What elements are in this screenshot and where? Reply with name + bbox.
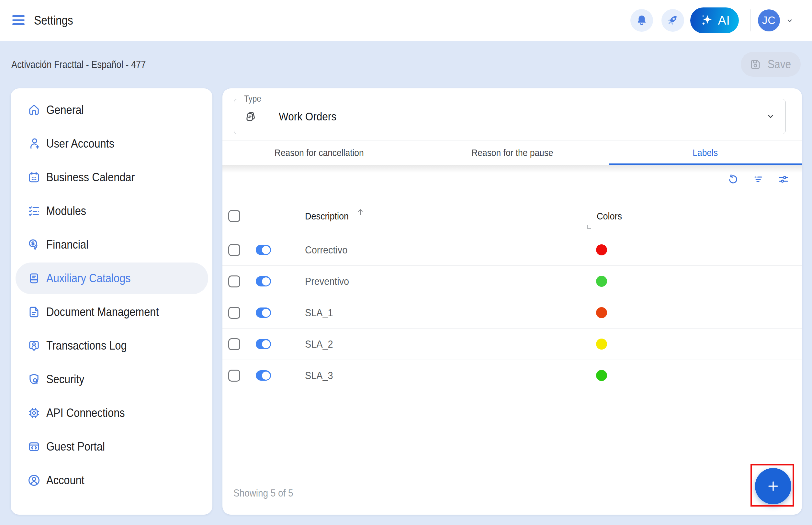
sidebar-item-user-accounts[interactable]: User Accounts xyxy=(11,127,212,161)
settings-page: Settings xyxy=(0,0,812,525)
table-row[interactable]: SLA_3 xyxy=(222,360,802,391)
sidebar-item-transactions-log[interactable]: Transactions Log xyxy=(11,329,212,362)
browser-code-icon xyxy=(27,439,41,454)
select-all-checkbox[interactable] xyxy=(228,210,240,222)
topbar-divider xyxy=(751,10,751,31)
sidebar-item-account[interactable]: Account xyxy=(11,464,212,497)
type-select-label: Type xyxy=(241,94,264,104)
breadcrumb-title: Activación Fracttal - Español - 477 xyxy=(11,41,146,88)
labels-table: Correctivo Preventivo SLA_1 SLA_2 xyxy=(222,234,802,391)
tab-bar: Reason for cancellation Reason for the p… xyxy=(222,140,802,165)
home-icon xyxy=(27,103,41,117)
annotation-highlight xyxy=(751,464,794,507)
select-chevron-icon xyxy=(765,111,776,122)
tab-reason-for-cancellation[interactable]: Reason for cancellation xyxy=(222,140,416,165)
rocket-button[interactable] xyxy=(662,9,684,32)
sidebar-item-security[interactable]: Security xyxy=(11,362,212,396)
settings-sidebar: General User Accounts Business Calendar … xyxy=(11,88,212,515)
tab-labels[interactable]: Labels xyxy=(609,140,802,165)
filter-icon[interactable] xyxy=(752,173,764,185)
table-row[interactable]: SLA_2 xyxy=(222,329,802,360)
ai-button[interactable]: AI xyxy=(690,7,739,33)
rocket-icon xyxy=(665,13,680,28)
color-swatch xyxy=(596,339,607,349)
table-row[interactable]: Preventivo xyxy=(222,266,802,297)
shield-icon xyxy=(27,372,41,387)
document-icon xyxy=(27,305,41,319)
person-add-icon xyxy=(27,137,41,151)
ai-button-label: AI xyxy=(718,14,730,28)
sidebar-item-guest-portal[interactable]: Guest Portal xyxy=(11,430,212,464)
page-title: Settings xyxy=(34,0,73,41)
menu-icon[interactable] xyxy=(12,15,25,28)
tune-icon[interactable] xyxy=(777,173,789,185)
sidebar-item-general[interactable]: General xyxy=(11,93,212,127)
topbar: Settings xyxy=(0,0,812,41)
notifications-button[interactable] xyxy=(630,9,653,32)
save-icon xyxy=(749,58,762,71)
column-resize-handle[interactable] xyxy=(587,225,591,229)
color-swatch xyxy=(596,244,607,255)
person-badge-icon xyxy=(27,339,41,353)
color-swatch xyxy=(596,276,607,287)
type-select-value: Work Orders xyxy=(279,99,336,134)
column-header-description[interactable]: Description xyxy=(305,210,349,222)
tabbar-shadow xyxy=(222,165,802,173)
person-circle-icon xyxy=(27,473,41,487)
sort-ascending-icon[interactable] xyxy=(356,208,365,216)
color-swatch xyxy=(596,307,607,318)
avatar[interactable]: JC xyxy=(758,10,780,31)
chip-gear-icon xyxy=(27,406,41,420)
tab-reason-for-the-pause[interactable]: Reason for the pause xyxy=(416,140,609,165)
enabled-toggle[interactable] xyxy=(256,308,271,318)
row-checkbox[interactable] xyxy=(228,370,240,381)
main-panel: Type Work Orders Reason for cancellation… xyxy=(222,88,802,515)
table-row[interactable]: SLA_1 xyxy=(222,297,802,329)
row-checkbox[interactable] xyxy=(228,244,240,256)
save-button-label: Save xyxy=(768,58,791,71)
row-checkbox[interactable] xyxy=(228,275,240,287)
sidebar-item-business-calendar[interactable]: Business Calendar xyxy=(11,161,212,194)
table-row[interactable]: Correctivo xyxy=(222,234,802,266)
enabled-toggle[interactable] xyxy=(256,276,271,286)
row-checkbox[interactable] xyxy=(228,307,240,319)
sparkle-icon xyxy=(699,13,715,28)
table-header: Description Colors xyxy=(222,210,802,222)
save-button[interactable]: Save xyxy=(741,52,801,77)
checklist-icon xyxy=(27,204,41,218)
enabled-toggle[interactable] xyxy=(256,370,271,381)
row-checkbox[interactable] xyxy=(228,338,240,350)
book-icon xyxy=(27,271,41,285)
bell-icon xyxy=(635,14,648,27)
chevron-down-icon[interactable] xyxy=(785,16,795,27)
enabled-toggle[interactable] xyxy=(256,339,271,349)
work-orders-icon xyxy=(243,110,257,124)
color-swatch xyxy=(596,370,607,381)
sidebar-item-api-connections[interactable]: API Connections xyxy=(11,396,212,430)
refresh-icon[interactable] xyxy=(727,173,739,185)
type-select[interactable]: Type Work Orders xyxy=(234,99,786,134)
enabled-toggle[interactable] xyxy=(256,245,271,255)
column-header-colors[interactable]: Colors xyxy=(597,210,622,222)
sidebar-item-modules[interactable]: Modules xyxy=(11,194,212,228)
sidebar-item-auxiliary-catalogs[interactable]: Auxiliary Catalogs xyxy=(11,261,212,295)
table-toolbar xyxy=(727,173,789,185)
coin-icon xyxy=(27,238,41,252)
sidebar-item-document-management[interactable]: Document Management xyxy=(11,295,212,329)
divider xyxy=(222,472,802,472)
calendar-icon xyxy=(27,170,41,184)
sidebar-item-financial[interactable]: Financial xyxy=(11,228,212,261)
row-count-status: Showing 5 of 5 xyxy=(233,487,293,499)
